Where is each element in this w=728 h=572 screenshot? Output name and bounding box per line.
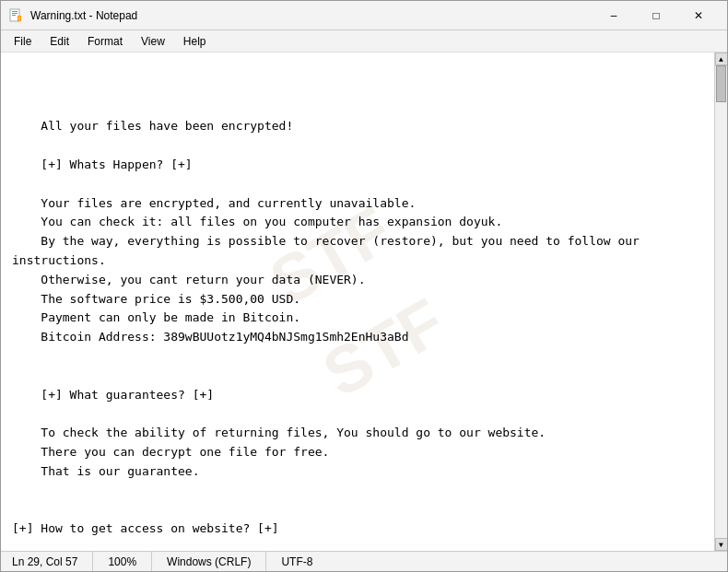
editor-area: STFSTF All your files have been encrypte… <box>1 53 727 551</box>
svg-rect-4 <box>18 16 21 21</box>
svg-rect-1 <box>12 11 18 12</box>
menu-edit[interactable]: Edit <box>41 30 78 52</box>
encoding-indicator: UTF-8 <box>266 552 327 571</box>
app-icon <box>8 8 23 23</box>
vertical-scrollbar[interactable]: ▲ ▼ <box>714 53 727 551</box>
notepad-window: Warning.txt - Notepad – □ ✕ File Edit Fo… <box>0 0 728 572</box>
menu-view[interactable]: View <box>132 30 174 52</box>
window-title: Warning.txt - Notepad <box>30 9 585 22</box>
maximize-button[interactable]: □ <box>635 1 677 30</box>
editor-text: All your files have been encrypted! [+] … <box>12 117 703 551</box>
close-button[interactable]: ✕ <box>677 1 720 30</box>
menu-help[interactable]: Help <box>174 30 216 52</box>
menu-file[interactable]: File <box>5 30 41 52</box>
line-col-indicator: Ln 29, Col 57 <box>8 552 93 571</box>
line-ending-indicator: Windows (CRLF) <box>152 552 266 571</box>
menu-bar: File Edit Format View Help <box>1 30 727 53</box>
scroll-thumb[interactable] <box>716 65 726 102</box>
scroll-down-arrow[interactable]: ▼ <box>715 538 728 551</box>
zoom-indicator: 100% <box>93 552 152 571</box>
text-editor[interactable]: STFSTF All your files have been encrypte… <box>1 53 714 551</box>
title-bar: Warning.txt - Notepad – □ ✕ <box>1 1 727 30</box>
scroll-up-arrow[interactable]: ▲ <box>715 53 728 65</box>
svg-rect-2 <box>12 13 18 14</box>
minimize-button[interactable]: – <box>593 1 635 30</box>
window-controls: – □ ✕ <box>593 1 720 30</box>
svg-rect-3 <box>12 15 16 16</box>
status-bar: Ln 29, Col 57 100% Windows (CRLF) UTF-8 <box>1 551 727 571</box>
menu-format[interactable]: Format <box>78 30 132 52</box>
scroll-track[interactable] <box>715 65 727 538</box>
